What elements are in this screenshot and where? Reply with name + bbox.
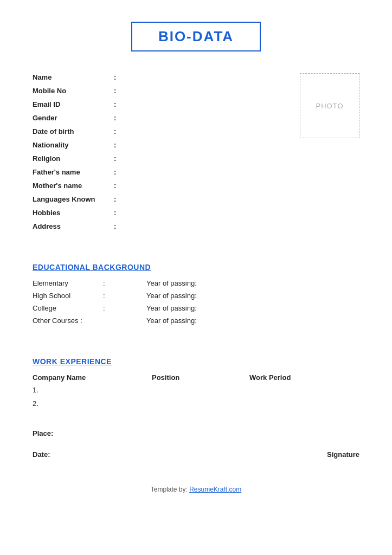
work-col-position-header: Position (152, 373, 249, 382)
edu-colon: : (103, 279, 114, 287)
field-colon: : (114, 222, 125, 230)
edu-label: College (33, 304, 103, 312)
work-row: 2. (33, 399, 359, 408)
edu-label: High School (33, 292, 103, 300)
field-colon: : (114, 114, 125, 122)
field-label: Religion (33, 154, 114, 163)
field-colon: : (114, 100, 125, 108)
date-label: Date: (33, 450, 50, 459)
personal-field-row: Address: (33, 222, 289, 230)
edu-year-label: Year of passing: (146, 292, 197, 300)
field-colon: : (114, 168, 125, 176)
field-colon: : (114, 195, 125, 203)
edu-year-label: Year of passing: (146, 317, 197, 325)
work-table-header: Company Name Position Work Period (33, 373, 359, 382)
personal-field-row: Mobile No: (33, 87, 289, 95)
credit-text: Template by: (151, 486, 189, 493)
personal-field-row: Gender: (33, 114, 289, 122)
edu-label: Other Courses : (33, 317, 103, 325)
field-colon: : (114, 182, 125, 190)
field-label: Mother's name (33, 182, 114, 190)
place-label: Place: (33, 429, 53, 437)
education-row: High School:Year of passing: (33, 292, 359, 300)
field-label: Nationality (33, 141, 114, 149)
field-label: Hobbies (33, 209, 114, 217)
personal-field-row: Religion: (33, 154, 289, 163)
work-col-company-header: Company Name (33, 373, 152, 382)
field-colon: : (114, 209, 125, 217)
personal-fields: Name:Mobile No:Email ID:Gender:Date of b… (33, 73, 289, 236)
personal-field-row: Date of birth: (33, 127, 289, 135)
header-section: BIO-DATA (33, 22, 359, 51)
field-label: Address (33, 222, 114, 230)
photo-label: PHOTO (316, 102, 344, 110)
field-colon: : (114, 87, 125, 95)
field-label: Date of birth (33, 127, 114, 135)
title-box: BIO-DATA (131, 22, 261, 51)
work-row: 1. (33, 386, 359, 394)
template-credit: Template by: ResumeKraft.com (33, 486, 359, 493)
footer-section: Place: Date: Signature (33, 429, 359, 459)
education-row: College:Year of passing: (33, 304, 359, 312)
place-row: Place: (33, 429, 359, 437)
field-colon: : (114, 127, 125, 135)
field-label: Name (33, 73, 114, 81)
field-label: Mobile No (33, 87, 114, 95)
field-label: Email ID (33, 100, 114, 108)
credit-link[interactable]: ResumeKraft.com (189, 486, 241, 493)
personal-field-row: Father's name: (33, 168, 289, 176)
personal-field-row: Languages Known: (33, 195, 289, 203)
education-row: Elementary:Year of passing: (33, 279, 359, 287)
personal-field-row: Hobbies: (33, 209, 289, 217)
page-title: BIO-DATA (158, 28, 234, 44)
work-row-num: 1. (33, 386, 152, 394)
field-label: Father's name (33, 168, 114, 176)
edu-year-label: Year of passing: (146, 279, 197, 287)
edu-colon: : (103, 304, 114, 312)
personal-field-row: Email ID: (33, 100, 289, 108)
photo-placeholder: PHOTO (300, 73, 359, 138)
edu-label: Elementary (33, 279, 103, 287)
personal-field-row: Mother's name: (33, 182, 289, 190)
field-colon: : (114, 141, 125, 149)
education-row: Other Courses :Year of passing: (33, 317, 359, 325)
edu-colon: : (103, 292, 114, 300)
personal-field-row: Nationality: (33, 141, 289, 149)
personal-section: Name:Mobile No:Email ID:Gender:Date of b… (33, 73, 359, 236)
education-heading: EDUCATIONAL BACKGROUND (33, 263, 359, 272)
signature-label: Signature (327, 450, 359, 459)
education-section: EDUCATIONAL BACKGROUND Elementary:Year o… (33, 263, 359, 325)
page: BIO-DATA Name:Mobile No:Email ID:Gender:… (0, 0, 392, 555)
field-colon: : (114, 73, 125, 81)
personal-field-row: Name: (33, 73, 289, 81)
field-label: Gender (33, 114, 114, 122)
work-heading: WORK EXPERIENCE (33, 357, 359, 366)
date-sig-row: Date: Signature (33, 450, 359, 459)
edu-year-label: Year of passing: (146, 304, 197, 312)
work-row-num: 2. (33, 399, 152, 408)
field-label: Languages Known (33, 195, 114, 203)
field-colon: : (114, 154, 125, 163)
work-section: WORK EXPERIENCE Company Name Position Wo… (33, 357, 359, 408)
work-col-period-header: Work Period (249, 373, 291, 382)
